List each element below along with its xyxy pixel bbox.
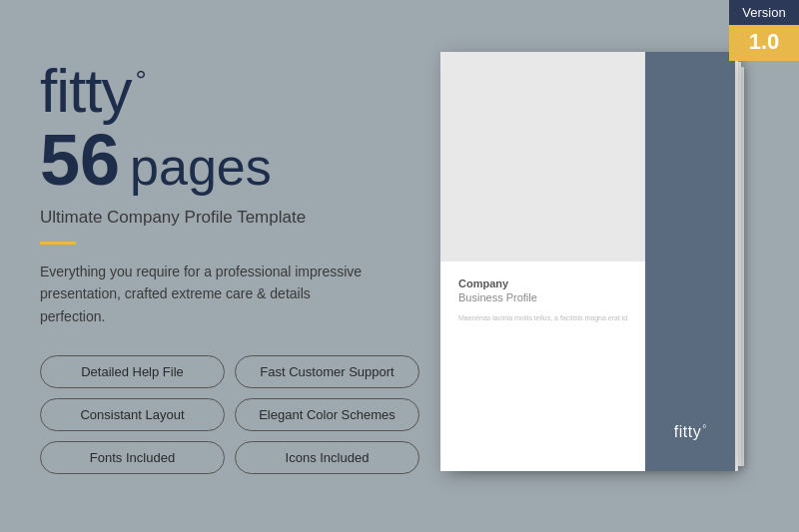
book-mockup-panel: Company Business Profile Maecenas lacini… bbox=[380, 0, 799, 532]
description: Everything you require for a professiona… bbox=[40, 261, 380, 327]
sidebar-brand-name: fitty bbox=[674, 423, 701, 441]
sidebar-brand-group: fitty° bbox=[674, 423, 706, 441]
subtitle: Ultimate Company Profile Template bbox=[40, 208, 419, 228]
brand-title: fitty° bbox=[40, 60, 419, 122]
book-stack: Company Business Profile Maecenas lacini… bbox=[434, 52, 744, 481]
feature-pill-0: Detailed Help File bbox=[40, 355, 225, 388]
brand-symbol: ° bbox=[135, 67, 145, 95]
pages-count: 56 bbox=[40, 124, 120, 196]
page-sidebar: fitty° bbox=[645, 52, 735, 471]
sidebar-brand-symbol: ° bbox=[702, 423, 706, 434]
version-number: 1.0 bbox=[729, 25, 799, 61]
brand-name-text: fitty bbox=[40, 60, 131, 122]
pages-word: pages bbox=[130, 141, 272, 193]
version-badge: Version 1.0 bbox=[729, 0, 799, 61]
divider bbox=[40, 242, 76, 245]
left-panel: fitty° 56 pages Ultimate Company Profile… bbox=[40, 60, 419, 474]
version-label: Version bbox=[729, 0, 799, 25]
feature-pill-2: Consistant Layout bbox=[40, 398, 225, 431]
page-main: Company Business Profile Maecenas lacini… bbox=[440, 52, 735, 471]
pages-line: 56 pages bbox=[40, 124, 419, 196]
features-grid: Detailed Help File Fast Customer Support… bbox=[40, 355, 419, 474]
feature-pill-4: Fonts Included bbox=[40, 441, 225, 474]
